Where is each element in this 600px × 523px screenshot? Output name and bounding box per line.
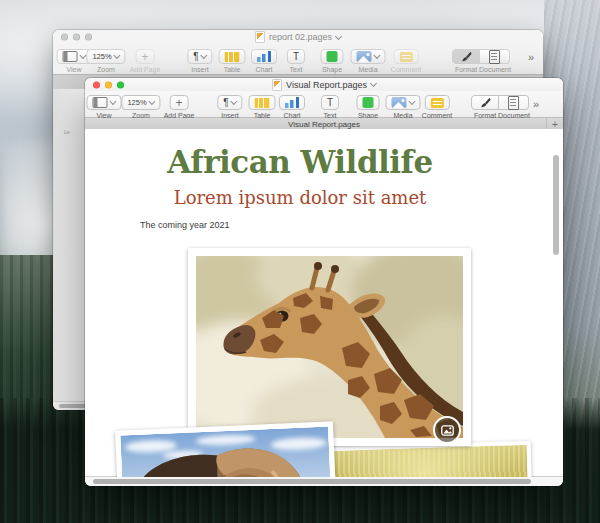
toolbar-overflow-button[interactable]: » [533,98,539,110]
minimize-button[interactable] [73,34,80,41]
savanna-photo[interactable] [319,441,534,477]
plus-icon: + [141,51,148,63]
table-icon [225,51,240,62]
chart-icon [285,97,299,108]
table-icon [255,97,270,108]
elephant-photo[interactable] [115,421,339,477]
window-visual-report[interactable]: Visual Report.pages View 125% Zoom + Add… [85,78,563,486]
media-icon [357,51,372,62]
text-button[interactable]: T Text [287,49,305,73]
shape-button[interactable]: Shape [357,95,380,119]
close-button[interactable] [61,34,68,41]
chevron-down-icon [335,32,342,39]
chevron-down-icon [370,80,377,87]
document-heading[interactable]: African Wildlife [95,144,505,180]
insert-button[interactable]: ¶ Insert [187,49,212,73]
pilcrow-icon: ¶ [193,52,198,62]
savanna-photo-image [323,445,529,477]
chart-icon [257,51,271,62]
tab-visual-report[interactable]: Visual Report.pages [288,120,360,129]
minimize-button[interactable] [105,81,112,88]
pages-doc-icon [255,31,265,43]
chevron-down-icon [201,52,208,59]
pilcrow-icon: ¶ [223,98,228,108]
document-icon [508,96,519,110]
pages-doc-icon [272,79,282,91]
shape-icon [363,97,374,108]
zoom-button[interactable]: 125% Zoom [121,95,160,119]
add-page-button[interactable]: + Add Page [130,49,161,73]
document-button[interactable]: Document [479,49,511,73]
document-subheading[interactable]: Lorem ipsum dolor sit amet [95,187,505,208]
giraffe-photo[interactable] [188,248,471,446]
zoom-window-button[interactable] [85,34,92,41]
giraffe-photo-image [196,256,463,438]
document-button[interactable]: Document [498,95,530,119]
shape-icon [327,51,338,62]
toolbar-overflow-button[interactable]: » [528,51,534,63]
back-titlebar[interactable]: report 02.pages [53,30,543,44]
close-button[interactable] [93,81,100,88]
back-document-text-fragment: Le [64,129,70,135]
plus-icon: + [175,97,182,109]
chevron-down-icon [231,98,238,105]
paintbrush-icon [460,51,472,63]
document-icon [489,50,500,64]
media-button[interactable]: Media [386,95,421,119]
text-tool-icon: T [327,98,333,108]
document-note[interactable]: The coming year 2021 [140,220,230,230]
front-window-title: Visual Report.pages [272,79,376,91]
elephant-photo-image [120,427,333,477]
view-icon [63,51,78,62]
back-window-title: report 02.pages [255,31,341,43]
media-button[interactable]: Media [351,49,386,73]
zoom-window-button[interactable] [117,81,124,88]
image-placeholder-icon [441,425,454,436]
shape-button[interactable]: Shape [321,49,344,73]
paintbrush-icon [479,97,491,109]
horizontal-scrollbar[interactable] [85,476,563,486]
text-button[interactable]: T Text [321,95,339,119]
table-button[interactable]: Table [219,49,246,73]
chart-button[interactable]: Chart [279,95,305,119]
front-titlebar[interactable]: Visual Report.pages [85,78,563,91]
insert-button[interactable]: ¶ Insert [217,95,242,119]
view-icon [93,97,108,108]
chevron-down-icon [114,52,121,59]
zoom-button[interactable]: 125% Zoom [86,49,125,73]
vertical-scrollbar-thumb[interactable] [553,155,559,255]
chevron-down-icon [373,52,380,59]
text-tool-icon: T [293,52,299,62]
comment-button[interactable]: Comment [391,49,421,73]
chart-button[interactable]: Chart [251,49,277,73]
comment-icon [400,52,413,62]
front-traffic-lights [93,81,129,88]
horizontal-scrollbar-thumb[interactable] [93,479,531,484]
comment-icon [431,98,444,108]
add-page-button[interactable]: + Add Page [164,95,195,119]
document-page: African Wildlife Lorem ipsum dolor sit a… [85,129,563,477]
chevron-down-icon [109,98,116,105]
media-icon [392,97,407,108]
format-button[interactable]: Format [452,49,480,73]
front-toolbar: View 125% Zoom + Add Page ¶ Insert Table… [85,91,563,118]
back-traffic-lights [61,34,97,41]
comment-button[interactable]: Comment [422,95,452,119]
chevron-down-icon [408,98,415,105]
view-button[interactable]: View [87,95,122,119]
chevron-down-icon [149,98,156,105]
media-placeholder-badge[interactable] [433,416,461,444]
back-toolbar: View 125% Zoom + Add Page ¶ Insert Table… [53,44,543,75]
table-button[interactable]: Table [249,95,276,119]
format-button[interactable]: Format [471,95,499,119]
